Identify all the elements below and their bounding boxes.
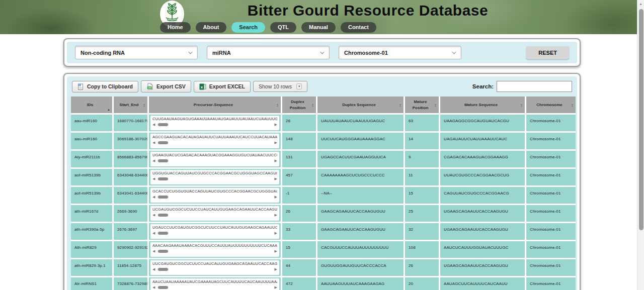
precursor-scrollbar[interactable]: ◀ ▶ — [152, 122, 277, 127]
column-header-duplex-position[interactable]: Duplex Position▲▼ — [282, 96, 316, 113]
column-header-start-end[interactable]: Start_End▲▼ — [114, 96, 147, 113]
precursor-scroll-box[interactable]: AGCCGAAGUACACAUAGAUAUUCUAUUAAAUUCAUCCUUA… — [150, 134, 279, 148]
scroll-right-icon[interactable]: ▶ — [274, 249, 277, 253]
rows-dropdown-icon: ▾ — [296, 83, 302, 89]
precursor-scrollbar[interactable]: ◀ ▶ — [152, 266, 277, 272]
scroll-left-icon[interactable]: ◀ — [152, 285, 155, 289]
scroll-left-icon[interactable]: ◀ — [152, 159, 155, 162]
scroll-right-icon[interactable]: ▶ — [274, 141, 277, 144]
cell-start-end: 1680770-1681791 — [114, 115, 147, 131]
column-header-ids[interactable]: IDs▲ — [71, 96, 112, 113]
cell-precursor-sequence: UGGUGUACCAGUUAUCGUGCCCACGGAACGCUGGGUAGCC… — [149, 169, 281, 185]
cell-chromosome: Chromosome-01 — [526, 241, 576, 258]
precursor-scrollbar[interactable]: ◀ ▶ — [152, 248, 277, 254]
scroll-right-icon[interactable]: ▶ — [274, 231, 277, 235]
nav-item-home[interactable]: Home — [160, 22, 191, 33]
rna-type-select[interactable]: miRNA — [207, 46, 330, 59]
browser-scrollbar-thumb[interactable] — [639, 9, 643, 230]
sort-icon: ▲▼ — [399, 103, 401, 107]
nav-item-search[interactable]: Search — [231, 22, 265, 33]
cell-start-end: 11854-12875 — [114, 259, 147, 276]
precursor-scroll-box[interactable]: UUCGAUGUCGGCUCUUCCUAUCAUUGUGAAGCAGAAUUCA… — [150, 260, 279, 275]
scroll-left-icon[interactable]: ◀ — [152, 267, 155, 271]
cell-precursor-sequence: AAACAAGAAAUAAAACACGUUUCCAUUUAUUUUUUUUUUU… — [149, 241, 281, 258]
precursor-scroll-box[interactable]: AAUCUAAUAAAAAUAUCGAAAAUAGCUUCAUUUUCAUCAA… — [150, 278, 279, 290]
scrollbar-thumb[interactable] — [158, 214, 168, 217]
scrollbar-thumb[interactable] — [158, 141, 168, 144]
cell-duplex-sequence: AAUUAAGUUUAUCAAAGAAGAG — [317, 277, 404, 290]
scroll-left-icon[interactable]: ◀ — [152, 141, 155, 144]
scroll-left-icon[interactable]: ◀ — [152, 177, 155, 180]
precursor-scrollbar[interactable]: ◀ ▶ — [152, 140, 277, 145]
scrollbar-thumb[interactable] — [158, 286, 168, 289]
scroll-right-icon[interactable]: ▶ — [274, 213, 277, 217]
column-header-duplex-sequence[interactable]: Duplex Sequence▲▼ — [317, 96, 404, 113]
export-excel-button[interactable]: x Export EXCEL — [194, 81, 251, 92]
scroll-right-icon[interactable]: ▶ — [274, 123, 277, 126]
scroll-right-icon[interactable]: ▶ — [274, 159, 277, 162]
precursor-scroll-box[interactable]: UGGUGUACCAGUUAUCGUGCCCACGGAACGCUGGGUAGCC… — [150, 170, 279, 184]
precursor-scrollbar[interactable]: ◀ ▶ — [152, 158, 277, 163]
column-header-precursor-sequence[interactable]: Precursor-Sequence▲▼ — [149, 96, 281, 113]
cell-start-end: 9290902-9291924 — [114, 241, 147, 258]
cell-precursor-sequence: AGCCGAAGUACACAUAGAUAUUCUAUUAAAUUCAUCCUUA… — [149, 133, 281, 149]
column-header-mature-sequence[interactable]: Mature Sequence▲▼ — [440, 96, 525, 113]
reset-button[interactable]: RESET — [526, 46, 569, 59]
scrollbar-thumb[interactable] — [158, 196, 168, 199]
cell-id: Aly-miR2111b — [71, 151, 112, 167]
scroll-left-icon[interactable]: ◀ — [152, 231, 155, 235]
export-csv-button[interactable]: CSV Export CSV — [141, 80, 191, 92]
precursor-scroll-box[interactable]: CUUGAAUAAGUAGUGAAAUUAAAUAUGAUAUUUAUAAUCU… — [150, 116, 279, 130]
precursor-scroll-box[interactable]: GCACCUCUGGUGUACCAGUUAUCGUGCCCACGGAACGCUG… — [150, 188, 279, 203]
scrollbar-thumb[interactable] — [158, 250, 168, 253]
precursor-scrollbar[interactable]: ◀ ▶ — [152, 284, 277, 290]
chromosome-select[interactable]: Chromosome-01 — [339, 46, 461, 59]
scrollbar-thumb[interactable] — [158, 232, 168, 235]
csv-label: Export CSV — [156, 83, 186, 89]
scroll-right-icon[interactable]: ▶ — [274, 285, 277, 289]
cell-id: aau-miR160 — [71, 115, 112, 131]
scrollbar-up-icon[interactable]: ▲ — [637, 0, 644, 6]
column-header-chromosome[interactable]: Chromosome▲▼ — [526, 96, 576, 113]
scrollbar-thumb[interactable] — [158, 177, 168, 180]
scroll-left-icon[interactable]: ◀ — [152, 213, 155, 217]
precursor-scroll-box[interactable]: AAACAAGAAAUAAAACACGUUUCCAUUUAUUUUUUUUUUU… — [150, 242, 279, 257]
precursor-scroll-box[interactable]: UGAUCCUUCGAUGUCGGCUCUUCCUAUCAUUGUGAAGCAG… — [150, 224, 279, 239]
precursor-scrollbar[interactable]: ◀ ▶ — [152, 176, 277, 181]
scroll-right-icon[interactable]: ▶ — [274, 267, 277, 271]
precursor-scroll-box[interactable]: UCGAUGUCGGCUCUUCCUAUCAUUGUGAAGCAGAAUUCAC… — [150, 206, 279, 221]
scroll-right-icon[interactable]: ▶ — [274, 195, 277, 199]
column-header-mature-position[interactable]: Mature Position▲▼ — [405, 96, 439, 113]
page-title: Bitter Gourd Resource Database — [248, 2, 488, 19]
scroll-left-icon[interactable]: ◀ — [152, 195, 155, 199]
show-rows-button[interactable]: Show 10 rows ▾ — [253, 81, 307, 92]
scroll-left-icon[interactable]: ◀ — [152, 249, 155, 253]
column-label: Mature Sequence — [464, 102, 498, 108]
scrollbar-thumb[interactable] — [158, 123, 168, 126]
svg-text:CSV: CSV — [148, 87, 152, 89]
nav-item-about[interactable]: About — [196, 22, 227, 33]
precursor-scroll-box[interactable]: UGAAGUACUCGAGACACAAAGUACGGAAAGGUGUCUAUAA… — [150, 152, 279, 166]
copy-to-clipboard-button[interactable]: Copy to Clipboard — [72, 81, 138, 92]
cell-chromosome: Chromosome-01 — [526, 151, 576, 167]
nav-item-qtl[interactable]: QTL — [270, 22, 296, 33]
search-input[interactable] — [497, 81, 572, 92]
cell-id: Atr-miRNS1 — [71, 277, 112, 290]
category-select[interactable]: Non-coding RNA — [75, 46, 198, 59]
cell-duplex-position: 15 — [282, 241, 316, 258]
precursor-scrollbar[interactable]: ◀ ▶ — [152, 212, 277, 218]
browser-scrollbar[interactable]: ▲ — [637, 0, 644, 290]
nav-item-contact[interactable]: Contact — [341, 22, 376, 33]
scroll-right-icon[interactable]: ▶ — [274, 177, 277, 180]
scrollbar-thumb[interactable] — [158, 268, 168, 271]
precursor-sequence-text: AGCCGAAGUACACAUAGAUAUUCUAUUAAAUUCAUCCUUA… — [152, 135, 277, 139]
scrollbar-thumb[interactable] — [158, 159, 168, 162]
nav-item-manual[interactable]: Manual — [301, 22, 336, 33]
precursor-scrollbar[interactable]: ◀ ▶ — [152, 230, 277, 236]
cell-chromosome: Chromosome-01 — [526, 115, 576, 131]
precursor-sequence-text: UUCGAUGUCGGCUCUUCCUAUCAUUGUGAAGCAGAAUUCA… — [152, 261, 277, 266]
precursor-scrollbar[interactable]: ◀ ▶ — [152, 194, 277, 200]
cell-chromosome: Chromosome-01 — [526, 223, 576, 240]
scroll-left-icon[interactable]: ◀ — [152, 123, 155, 126]
cell-start-end: 2676-3697 — [114, 223, 147, 240]
